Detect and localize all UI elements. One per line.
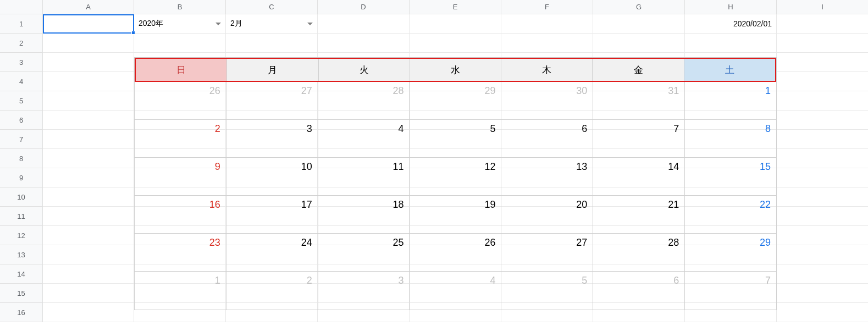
calendar-day[interactable]: 1 (135, 272, 226, 310)
cell-F1[interactable] (501, 14, 593, 34)
calendar-day[interactable]: 1 (685, 82, 776, 119)
calendar-day[interactable]: 7 (593, 120, 685, 157)
col-header-E[interactable]: E (410, 0, 501, 14)
cell-I9[interactable] (777, 168, 868, 187)
cell-D1[interactable] (318, 14, 410, 34)
cell-I1[interactable] (777, 14, 868, 34)
calendar-day[interactable]: 16 (135, 196, 226, 233)
cell-C2[interactable] (226, 34, 318, 53)
cell-E2[interactable] (410, 34, 501, 53)
calendar-day[interactable]: 27 (501, 234, 593, 271)
calendar-day[interactable]: 28 (318, 82, 410, 119)
calendar-day[interactable]: 18 (318, 196, 410, 233)
calendar-day[interactable]: 5 (501, 272, 593, 310)
calendar-day[interactable]: 10 (226, 158, 318, 195)
cell-A9[interactable] (43, 168, 134, 187)
cell-A6[interactable] (43, 111, 134, 130)
cell-H2[interactable] (685, 34, 777, 53)
calendar-day[interactable]: 13 (501, 158, 593, 195)
calendar-day[interactable]: 3 (226, 120, 318, 157)
cell-G2[interactable] (593, 34, 685, 53)
row-header-14[interactable]: 14 (0, 264, 43, 284)
calendar-day[interactable]: 2 (135, 120, 226, 157)
calendar-day[interactable]: 25 (318, 234, 410, 271)
row-header-8[interactable]: 8 (0, 149, 43, 168)
row-header-6[interactable]: 6 (0, 111, 43, 130)
cell-A15[interactable] (43, 284, 134, 303)
col-header-A[interactable]: A (43, 0, 134, 14)
cell-A8[interactable] (43, 149, 134, 168)
calendar-day[interactable]: 2 (226, 272, 318, 310)
col-header-D[interactable]: D (318, 0, 410, 14)
cell-A5[interactable] (43, 91, 134, 111)
calendar-day[interactable]: 9 (135, 158, 226, 195)
row-header-5[interactable]: 5 (0, 91, 43, 111)
row-header-16[interactable]: 16 (0, 303, 43, 322)
cell-I4[interactable] (777, 72, 868, 91)
cell-I10[interactable] (777, 187, 868, 207)
cell-I7[interactable] (777, 130, 868, 149)
calendar-day[interactable]: 4 (318, 120, 410, 157)
cell-A16[interactable] (43, 303, 134, 322)
col-header-F[interactable]: F (501, 0, 593, 14)
calendar-day[interactable]: 14 (593, 158, 685, 195)
calendar-day[interactable]: 26 (135, 82, 226, 119)
cell-E1[interactable] (410, 14, 501, 34)
row-header-1[interactable]: 1 (0, 14, 43, 34)
row-header-10[interactable]: 10 (0, 187, 43, 207)
calendar-day[interactable]: 22 (685, 196, 776, 233)
cell-A3[interactable] (43, 53, 134, 72)
cell-I12[interactable] (777, 226, 868, 245)
cell-B2[interactable] (134, 34, 226, 53)
calendar-day[interactable]: 4 (410, 272, 502, 310)
cell-A14[interactable] (43, 264, 134, 284)
row-header-11[interactable]: 11 (0, 207, 43, 226)
col-header-H[interactable]: H (685, 0, 777, 14)
calendar-day[interactable]: 7 (685, 272, 776, 310)
row-header-2[interactable]: 2 (0, 34, 43, 53)
cell-I6[interactable] (777, 111, 868, 130)
calendar-day[interactable]: 3 (318, 272, 410, 310)
calendar-day[interactable]: 17 (226, 196, 318, 233)
calendar-day[interactable]: 30 (501, 82, 593, 119)
col-header-B[interactable]: B (134, 0, 226, 14)
cell-H1[interactable]: 2020/02/01 (685, 14, 777, 34)
calendar-day[interactable]: 28 (593, 234, 685, 271)
calendar-day[interactable]: 12 (410, 158, 502, 195)
cell-A10[interactable] (43, 187, 134, 207)
cell-I14[interactable] (777, 264, 868, 284)
cell-I16[interactable] (777, 303, 868, 322)
calendar-day[interactable]: 6 (501, 120, 593, 157)
calendar-day[interactable]: 6 (593, 272, 685, 310)
calendar-day[interactable]: 23 (135, 234, 226, 271)
calendar-day[interactable]: 8 (685, 120, 776, 157)
row-header-4[interactable]: 4 (0, 72, 43, 91)
cell-I15[interactable] (777, 284, 868, 303)
cell-F2[interactable] (501, 34, 593, 53)
calendar-day[interactable]: 21 (593, 196, 685, 233)
calendar-day[interactable]: 29 (685, 234, 776, 271)
cell-I11[interactable] (777, 207, 868, 226)
col-header-G[interactable]: G (593, 0, 685, 14)
row-header-7[interactable]: 7 (0, 130, 43, 149)
calendar-day[interactable]: 27 (226, 82, 318, 119)
calendar-day[interactable]: 31 (593, 82, 685, 119)
cell-B1[interactable]: 2020年 (134, 14, 226, 34)
calendar-day[interactable]: 29 (410, 82, 502, 119)
calendar-day[interactable]: 15 (685, 158, 776, 195)
cell-A12[interactable] (43, 226, 134, 245)
row-header-3[interactable]: 3 (0, 53, 43, 72)
year-dropdown[interactable]: 2020年 (134, 14, 225, 33)
cell-A7[interactable] (43, 130, 134, 149)
cell-A4[interactable] (43, 72, 134, 91)
calendar-day[interactable]: 11 (318, 158, 410, 195)
calendar-day[interactable]: 20 (501, 196, 593, 233)
row-header-13[interactable]: 13 (0, 245, 43, 264)
select-all-corner[interactable] (0, 0, 43, 14)
cell-A2[interactable] (43, 34, 134, 53)
cell-I5[interactable] (777, 91, 868, 111)
row-header-12[interactable]: 12 (0, 226, 43, 245)
calendar-day[interactable]: 26 (410, 234, 502, 271)
cell-I3[interactable] (777, 53, 868, 72)
cell-I2[interactable] (777, 34, 868, 53)
